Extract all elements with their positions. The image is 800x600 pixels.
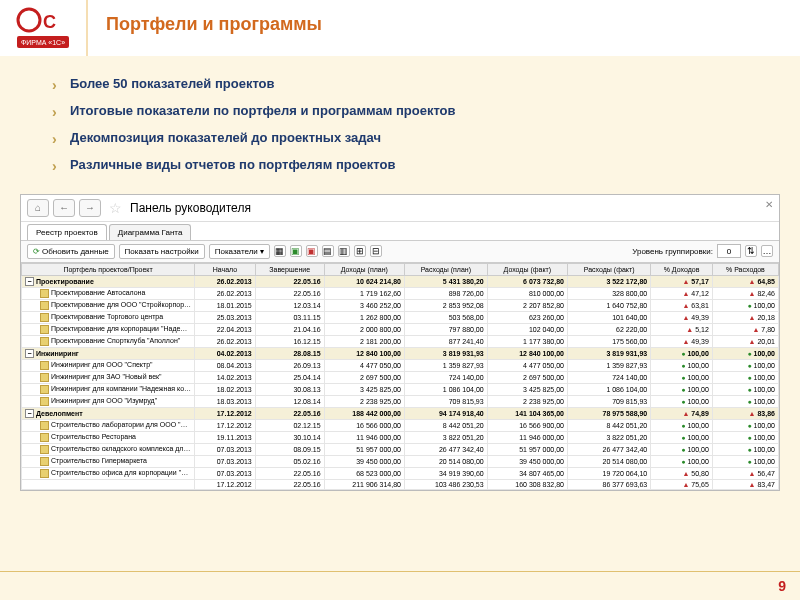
document-icon: [40, 337, 49, 346]
grouping-stepper[interactable]: ⇅: [745, 245, 757, 257]
table-row[interactable]: Инжиниринг для ООО "Спектр"08.04.201326.…: [22, 359, 779, 371]
favorite-icon[interactable]: ☆: [109, 200, 122, 216]
column-header[interactable]: Завершение: [255, 263, 324, 275]
status-indicator-icon: ▲: [749, 338, 756, 345]
bullet-item: Итоговые показатели по портфеля и програ…: [70, 103, 750, 120]
status-indicator-icon: ●: [681, 398, 685, 405]
table-row[interactable]: Проектирование для корпорации "Надежн…22…: [22, 323, 779, 335]
slide-title: Портфели и программы: [106, 14, 782, 35]
table-row[interactable]: Инжиниринг для ЗАО "Новый век"14.02.2013…: [22, 371, 779, 383]
brand-logo: С ФИРМА «1С»: [0, 0, 88, 56]
column-header[interactable]: % Доходов: [651, 263, 713, 275]
back-button[interactable]: ←: [53, 199, 75, 217]
column-header[interactable]: Начало: [195, 263, 256, 275]
grouping-input[interactable]: [717, 244, 741, 258]
status-indicator-icon: ●: [747, 374, 751, 381]
table-row[interactable]: Проектирование Автосалона26.02.201322.05…: [22, 287, 779, 299]
document-icon: [40, 421, 49, 430]
table-row[interactable]: Строительство складского комплекса для ……: [22, 443, 779, 455]
document-icon: [40, 457, 49, 466]
column-header[interactable]: Расходы (план): [404, 263, 487, 275]
status-indicator-icon: ▲: [749, 290, 756, 297]
table-row[interactable]: Проектирование Торгового центра25.03.201…: [22, 311, 779, 323]
status-indicator-icon: ●: [681, 434, 685, 441]
home-button[interactable]: ⌂: [27, 199, 49, 217]
table-row[interactable]: Строительство лаборатории для ООО "Спе…1…: [22, 419, 779, 431]
projects-grid[interactable]: Портфель проектов/ПроектНачалоЗавершение…: [21, 263, 779, 490]
status-indicator-icon: ▲: [749, 314, 756, 321]
refresh-button[interactable]: ⟳Обновить данные: [27, 244, 115, 259]
more-button[interactable]: …: [761, 245, 773, 257]
column-header[interactable]: % Расходов: [712, 263, 778, 275]
document-icon: [40, 361, 49, 370]
status-indicator-icon: ●: [747, 434, 751, 441]
page-number: 9: [778, 578, 786, 594]
app-window: ⌂ ← → ☆ Панель руководителя ✕ Реестр про…: [20, 194, 780, 491]
table-row[interactable]: Инжиниринг для компании "Надежная кон…18…: [22, 383, 779, 395]
status-indicator-icon: ▲: [682, 481, 689, 488]
toolbar-icon[interactable]: ▦: [274, 245, 286, 257]
bullet-item: Декомпозиция показателей до проектных за…: [70, 130, 750, 147]
table-row[interactable]: Проектирование Спортклуба "Аполлон"26.02…: [22, 335, 779, 347]
status-indicator-icon: ●: [681, 362, 685, 369]
document-icon: [40, 301, 49, 310]
expand-icon[interactable]: −: [25, 277, 34, 286]
status-indicator-icon: ▲: [682, 338, 689, 345]
status-indicator-icon: ▲: [682, 302, 689, 309]
status-indicator-icon: ●: [681, 374, 685, 381]
document-icon: [40, 373, 49, 382]
status-indicator-icon: ●: [681, 458, 685, 465]
status-indicator-icon: ●: [747, 422, 751, 429]
document-icon: [40, 289, 49, 298]
toolbar-icon[interactable]: ▥: [338, 245, 350, 257]
status-indicator-icon: ●: [681, 350, 685, 357]
status-indicator-icon: ●: [747, 362, 751, 369]
table-row[interactable]: 17.12.201222.05.16211 906 314,80103 486 …: [22, 479, 779, 489]
status-indicator-icon: ▲: [749, 470, 756, 477]
group-row[interactable]: −Проектирование26.02.201322.05.1610 624 …: [22, 275, 779, 287]
document-icon: [40, 313, 49, 322]
table-row[interactable]: Инжиниринг для ООО "Изумруд"18.03.201312…: [22, 395, 779, 407]
grouping-label: Уровень группировки:: [632, 247, 713, 256]
svg-point-0: [18, 9, 40, 31]
document-icon: [40, 325, 49, 334]
status-indicator-icon: ●: [681, 422, 685, 429]
show-settings-button[interactable]: Показать настройки: [119, 244, 205, 259]
status-indicator-icon: ●: [747, 446, 751, 453]
toolbar-icon[interactable]: ▣: [306, 245, 318, 257]
toolbar-icon[interactable]: ⊟: [370, 245, 382, 257]
table-row[interactable]: Строительство офиса для корпорации "Н…07…: [22, 467, 779, 479]
status-indicator-icon: ●: [747, 398, 751, 405]
table-row[interactable]: Проектирование для ООО "Стройкорпорац…18…: [22, 299, 779, 311]
forward-button[interactable]: →: [79, 199, 101, 217]
group-row[interactable]: −Инжиниринг04.02.201328.08.1512 840 100,…: [22, 347, 779, 359]
column-header[interactable]: Доходы (план): [324, 263, 404, 275]
tab-gantt[interactable]: Диаграмма Ганта: [109, 224, 192, 240]
column-header[interactable]: Доходы (факт): [487, 263, 567, 275]
group-row[interactable]: −Девелопмент17.12.201222.05.16188 442 00…: [22, 407, 779, 419]
svg-text:ФИРМА «1С»: ФИРМА «1С»: [21, 39, 65, 46]
bullet-item: Различные виды отчетов по портфелям прое…: [70, 157, 750, 174]
document-icon: [40, 385, 49, 394]
close-icon[interactable]: ✕: [765, 199, 773, 210]
bullet-item: Более 50 показателей проектов: [70, 76, 750, 93]
toolbar-icon[interactable]: ⊞: [354, 245, 366, 257]
tab-projects-registry[interactable]: Реестр проектов: [27, 224, 107, 240]
expand-icon[interactable]: −: [25, 349, 34, 358]
column-header[interactable]: Портфель проектов/Проект: [22, 263, 195, 275]
toolbar-icon[interactable]: ▤: [322, 245, 334, 257]
status-indicator-icon: ▲: [686, 326, 693, 333]
indicators-button[interactable]: Показатели ▾: [209, 244, 270, 259]
status-indicator-icon: ●: [747, 350, 751, 357]
toolbar-icon[interactable]: ▣: [290, 245, 302, 257]
svg-text:С: С: [43, 12, 56, 32]
document-icon: [40, 397, 49, 406]
status-indicator-icon: ●: [747, 458, 751, 465]
status-indicator-icon: ▲: [682, 470, 689, 477]
column-header[interactable]: Расходы (факт): [567, 263, 650, 275]
table-row[interactable]: Строительство Гипермаркета07.03.201305.0…: [22, 455, 779, 467]
table-row[interactable]: Строительство Ресторана19.11.201330.10.1…: [22, 431, 779, 443]
status-indicator-icon: ●: [681, 386, 685, 393]
document-icon: [40, 445, 49, 454]
expand-icon[interactable]: −: [25, 409, 34, 418]
